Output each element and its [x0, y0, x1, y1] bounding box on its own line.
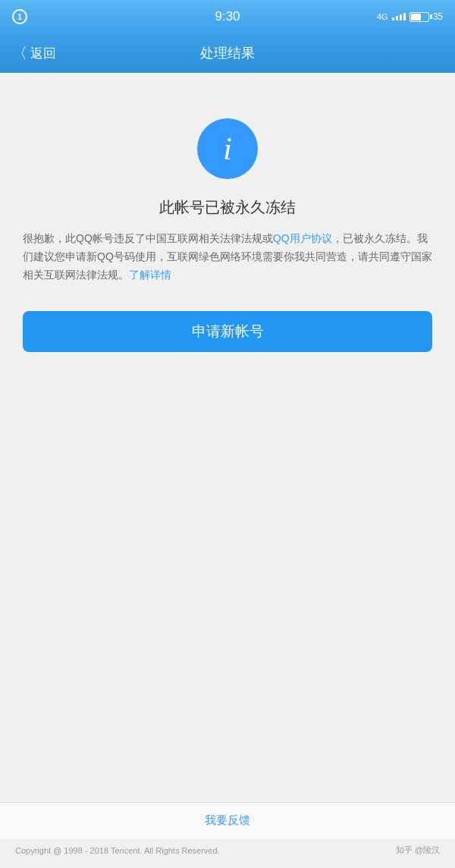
- apply-button-label: 申请新帐号: [192, 322, 264, 341]
- feedback-section: 我要反馈: [0, 802, 455, 838]
- back-label: 返回: [30, 45, 56, 62]
- nav-title: 处理结果: [200, 44, 255, 62]
- account-status-title: 此帐号已被永久冻结: [159, 197, 296, 218]
- main-content: i 此帐号已被永久冻结 很抱歉，此QQ帐号违反了中国互联网相关法律法规或QQ用户…: [0, 73, 455, 375]
- apply-new-account-button[interactable]: 申请新帐号: [23, 311, 432, 352]
- battery-percent: 35: [433, 11, 443, 22]
- copyright-section: Copyright @ 1998 - 2018 Tencent. All Rig…: [0, 838, 455, 868]
- back-chevron-icon: 〈: [12, 43, 27, 64]
- status-bar: 1 9:30 4G 35: [0, 0, 455, 33]
- status-bar-right: 4G 35: [377, 11, 443, 22]
- info-icon-wrapper: i: [197, 118, 258, 179]
- watermark-text: 知乎 @陵汉: [396, 844, 440, 856]
- signal-bars: [392, 13, 406, 20]
- info-icon: i: [223, 133, 232, 165]
- notification-badge: 1: [12, 9, 27, 24]
- learn-more-link[interactable]: 了解详情: [129, 269, 171, 281]
- nav-bar: 〈 返回 处理结果: [0, 33, 455, 73]
- qq-agreement-link[interactable]: QQ用户协议: [273, 232, 332, 244]
- description-part1: 很抱歉，此QQ帐号违反了中国互联网相关法律法规或: [23, 232, 273, 244]
- status-bar-left: 1: [12, 9, 27, 24]
- footer: 我要反馈 Copyright @ 1998 - 2018 Tencent. Al…: [0, 802, 455, 868]
- copyright-text: Copyright @ 1998 - 2018 Tencent. All Rig…: [15, 846, 220, 855]
- status-time: 9:30: [215, 9, 240, 24]
- feedback-link[interactable]: 我要反馈: [205, 813, 250, 828]
- back-button[interactable]: 〈 返回: [12, 43, 56, 64]
- battery-icon: [410, 12, 429, 22]
- description-text: 很抱歉，此QQ帐号违反了中国互联网相关法律法规或QQ用户协议，已被永久冻结。我们…: [23, 230, 432, 284]
- signal-label: 4G: [377, 12, 388, 21]
